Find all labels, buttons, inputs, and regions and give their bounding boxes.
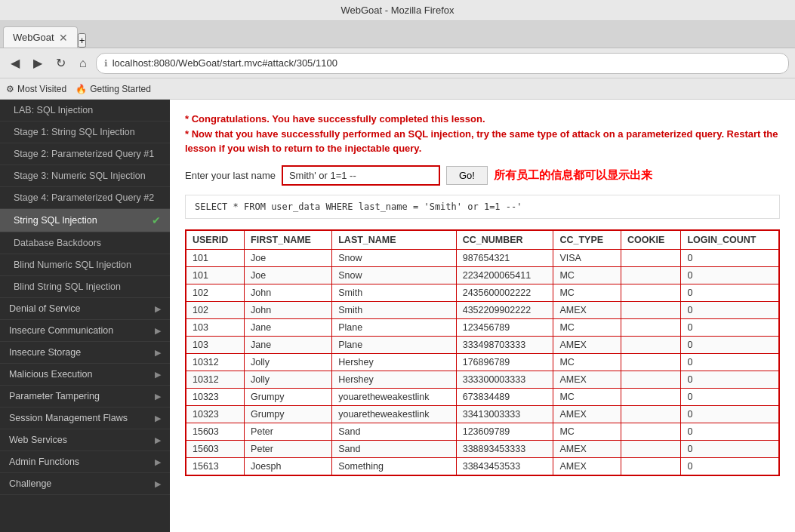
table-cell: 33843453533 [456,457,553,475]
table-cell: 102 [186,284,245,301]
table-cell: AMEX [553,301,621,318]
sidebar-label: LAB: SQL Injection [14,105,93,115]
table-cell: Snow [332,266,456,284]
forward-button[interactable]: ▶ [29,53,47,73]
go-button[interactable]: Go! [446,166,488,185]
sidebar-item-string-sql[interactable]: String SQL Injection ✔ [0,209,170,232]
last-name-input[interactable] [282,165,440,186]
table-cell: 10312 [186,371,245,388]
col-userid: USERID [186,230,245,250]
table-cell: 0 [681,388,779,405]
gear-icon: ⚙ [6,84,14,94]
sidebar-item-db-backdoors[interactable]: Database Backdoors [0,232,170,254]
table-cell [621,353,680,371]
sidebar-item-lab-sql[interactable]: LAB: SQL Injection [0,100,170,121]
sidebar-label: Challenge [9,478,51,489]
sidebar-item-stage3[interactable]: Stage 3: Numeric SQL Injection [0,165,170,187]
col-lastname: LAST_NAME [332,230,456,250]
chevron-right-icon: ▶ [155,370,161,380]
bookmark-most-visited[interactable]: ⚙ Most Visited [6,84,66,94]
sidebar-item-blind-string[interactable]: Blind String SQL Injection [0,276,170,298]
table-cell: Plane [332,318,456,336]
address-bar[interactable]: ℹ localhost:8080/WebGoat/start.mvc#attac… [96,53,789,74]
table-cell: 0 [681,301,779,318]
table-cell: MC [553,423,621,440]
table-cell: 0 [681,423,779,440]
table-cell: Sand [332,440,456,457]
table-cell: Joe [245,266,332,284]
chevron-right-icon: ▶ [155,414,161,423]
sidebar-item-session-mgmt[interactable]: Session Management Flaws ▶ [0,407,170,429]
home-button[interactable]: ⌂ [75,54,91,73]
table-cell: John [245,301,332,318]
sidebar-item-blind-numeric[interactable]: Blind Numeric SQL Injection [0,254,170,276]
table-cell: 101 [186,249,245,266]
sidebar-label: Session Management Flaws [9,413,128,423]
table-cell: MC [553,353,621,371]
sidebar-label: Malicious Execution [9,369,92,380]
table-cell: 0 [681,440,779,457]
table-cell: 987654321 [456,249,553,266]
table-cell: 0 [681,457,779,475]
sidebar-label: Stage 4: Parameterized Query #2 [14,192,154,203]
input-label: Enter your last name [185,170,276,181]
sql-display: SELECT * FROM user_data WHERE last_name … [185,195,780,219]
sidebar-item-stage4[interactable]: Stage 4: Parameterized Query #2 [0,187,170,209]
success-line-1: * Congratulations. You have successfully… [185,112,780,127]
table-cell: Smith [332,284,456,301]
col-ccnumber: CC_NUMBER [456,230,553,250]
chevron-right-icon: ▶ [155,457,161,467]
bookmark-getting-started[interactable]: 🔥 Getting Started [75,84,151,94]
main-layout: LAB: SQL Injection Stage 1: String SQL I… [0,100,795,532]
back-button[interactable]: ◀ [6,53,24,73]
sidebar-item-insecure-storage[interactable]: Insecure Storage ▶ [0,342,170,364]
sidebar-label: Stage 3: Numeric SQL Injection [14,171,146,181]
sidebar-item-param-tampering[interactable]: Parameter Tampering ▶ [0,386,170,407]
sidebar-item-stage2[interactable]: Stage 2: Parameterized Query #1 [0,143,170,165]
browser-tab[interactable]: WebGoat ✕ [3,26,78,48]
table-cell: 102 [186,301,245,318]
table-row: 10323Grumpyyouaretheweakestlink334130033… [186,405,779,423]
table-cell [621,284,680,301]
sidebar-item-web-services[interactable]: Web Services ▶ [0,429,170,451]
table-cell: youaretheweakestlink [332,388,456,405]
sidebar-label: Blind Numeric SQL Injection [14,260,131,270]
table-row: 15613JoesphSomething33843453533AMEX0 [186,457,779,475]
close-tab-button[interactable]: ✕ [59,32,68,43]
table-cell: AMEX [553,440,621,457]
sidebar-label: Admin Functions [9,457,79,467]
check-icon: ✔ [152,214,161,226]
sidebar-item-admin-functions[interactable]: Admin Functions ▶ [0,451,170,473]
tab-bar: WebGoat ✕ + [0,21,795,48]
sidebar-label: Stage 1: String SQL Injection [14,127,135,137]
sidebar-item-challenge[interactable]: Challenge ▶ [0,473,170,495]
table-cell [621,249,680,266]
table-cell: 176896789 [456,353,553,371]
table-cell: 15603 [186,423,245,440]
new-tab-button[interactable]: + [78,33,87,48]
table-row: 10312JollyHershey333300003333AMEX0 [186,371,779,388]
sidebar-label: Insecure Communication [9,325,113,336]
table-cell: 10323 [186,388,245,405]
table-cell: Joesph [245,457,332,475]
info-icon: ℹ [104,58,108,69]
table-row: 103JanePlane333498703333AMEX0 [186,336,779,353]
table-cell: 2234200065411 [456,266,553,284]
sidebar-item-dos[interactable]: Denial of Service ▶ [0,298,170,320]
nav-bar: ◀ ▶ ↻ ⌂ ℹ localhost:8080/WebGoat/start.m… [0,48,795,78]
title-text: WebGoat - Mozilla Firefox [340,5,454,16]
reload-button[interactable]: ↻ [51,53,70,73]
table-cell: 123456789 [456,318,553,336]
table-cell: 0 [681,249,779,266]
sidebar-item-stage1[interactable]: Stage 1: String SQL Injection [0,121,170,143]
table-row: 15603PeterSand123609789MC0 [186,423,779,440]
table-cell: 10323 [186,405,245,423]
table-cell: 333498703333 [456,336,553,353]
sidebar-item-insecure-comm[interactable]: Insecure Communication ▶ [0,320,170,342]
table-cell: 15603 [186,440,245,457]
table-cell: 103 [186,336,245,353]
col-cookie: COOKIE [621,230,680,250]
url-text: localhost:8080/WebGoat/start.mvc#attack/… [112,57,337,69]
sidebar-item-malicious-exec[interactable]: Malicious Execution ▶ [0,364,170,386]
table-cell: MC [553,388,621,405]
